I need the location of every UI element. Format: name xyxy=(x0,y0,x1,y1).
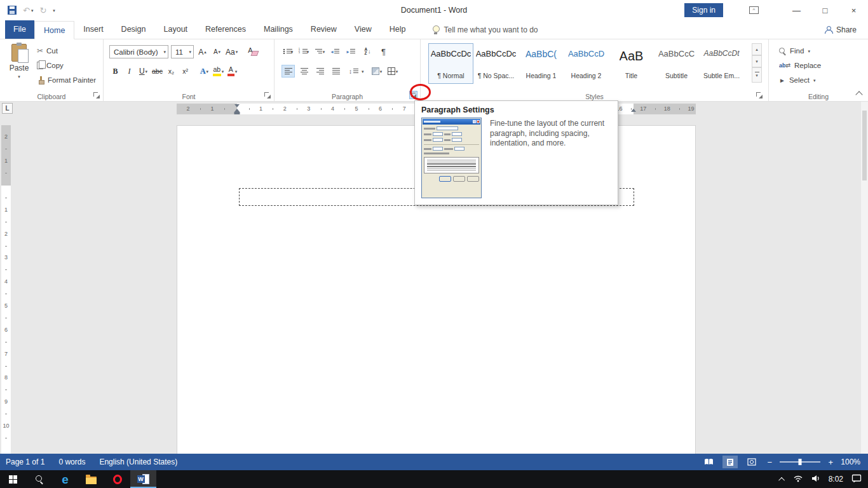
style-heading-1[interactable]: AaBbC(Heading 1 xyxy=(519,43,564,84)
font-family-combobox[interactable]: Calibri (Body) ▾ xyxy=(109,45,168,58)
taskbar-file-explorer-button[interactable] xyxy=(78,470,104,488)
underline-button[interactable]: U▾ xyxy=(137,65,149,78)
style-no-spacing[interactable]: AaBbCcDc¶ No Spac... xyxy=(473,43,519,84)
shading-button[interactable]: ▾ xyxy=(370,65,384,78)
tab-insert[interactable]: Insert xyxy=(74,20,112,39)
zoom-slider-thumb[interactable] xyxy=(799,459,802,465)
bullets-button[interactable]: ▾ xyxy=(281,45,295,58)
vertical-scrollbar[interactable] xyxy=(861,102,868,454)
italic-button[interactable]: I xyxy=(123,65,135,78)
volume-icon[interactable] xyxy=(811,475,820,484)
redo-button[interactable]: ↻ xyxy=(39,6,46,15)
taskbar-opera-button[interactable] xyxy=(104,470,130,488)
cut-label: Cut xyxy=(46,47,58,55)
zoom-slider[interactable] xyxy=(780,458,820,466)
style-title[interactable]: AaBTitle xyxy=(609,43,654,84)
first-line-indent-marker[interactable] xyxy=(234,104,240,107)
text-highlight-button[interactable]: ab ▾ xyxy=(212,65,224,78)
start-button[interactable] xyxy=(0,470,26,488)
decrease-indent-button[interactable]: ◂ xyxy=(329,45,342,58)
web-layout-button[interactable] xyxy=(744,456,759,468)
minimize-button[interactable]: — xyxy=(782,0,811,20)
borders-button[interactable]: ▾ xyxy=(386,65,400,78)
tab-home[interactable]: Home xyxy=(34,21,74,39)
line-spacing-button[interactable]: ↕▾ xyxy=(349,65,364,78)
replace-icon: ab⇄ xyxy=(779,62,790,69)
maximize-button[interactable]: □ xyxy=(811,0,839,20)
style-subtle-emphasis[interactable]: AaBbCcDtSubtle Em... xyxy=(699,43,744,84)
taskbar-word-button[interactable]: W xyxy=(130,470,156,488)
styles-more-button[interactable]: ▾ xyxy=(752,67,762,83)
clear-formatting-button[interactable] xyxy=(248,48,257,56)
tab-references[interactable]: References xyxy=(196,20,255,39)
read-mode-button[interactable] xyxy=(701,456,716,468)
page-indicator[interactable]: Page 1 of 1 xyxy=(6,458,44,466)
align-center-button[interactable] xyxy=(297,65,311,78)
tell-me-box[interactable]: Tell me what you want to do xyxy=(432,20,538,39)
qat-customize-button[interactable]: ▾ xyxy=(53,8,55,13)
word-count[interactable]: 0 words xyxy=(58,458,85,466)
style-normal[interactable]: AaBbCcDc¶ Normal xyxy=(428,43,473,84)
share-button[interactable]: Share xyxy=(825,20,868,39)
clipboard-dialog-launcher[interactable] xyxy=(92,91,100,99)
sort-button[interactable]: AZ ↓ xyxy=(361,45,374,58)
tab-layout[interactable]: Layout xyxy=(155,20,197,39)
show-formatting-marks-button[interactable]: ¶ xyxy=(377,45,390,58)
change-case-button[interactable]: Aa▾ xyxy=(226,46,238,58)
cut-button[interactable]: ✂ Cut xyxy=(37,44,58,57)
grow-font-button[interactable]: A▴ xyxy=(196,46,208,58)
bold-button[interactable]: B xyxy=(109,65,121,78)
ribbon-display-options-button[interactable]: ^ xyxy=(740,0,768,20)
subscript-button[interactable]: x₂ xyxy=(165,65,177,78)
font-size-combobox[interactable]: 11 ▾ xyxy=(171,45,194,58)
clock[interactable]: 8:02 xyxy=(829,475,843,484)
tab-stop-selector[interactable]: L xyxy=(2,103,13,114)
taskbar-edge-button[interactable]: e xyxy=(52,470,78,488)
undo-button[interactable]: ↶▾ xyxy=(23,6,33,15)
superscript-button[interactable]: x² xyxy=(179,65,191,78)
left-indent-marker[interactable] xyxy=(234,112,240,114)
tab-design[interactable]: Design xyxy=(112,20,155,39)
strikethrough-button[interactable]: abc xyxy=(151,65,163,78)
find-button[interactable]: Find ▾ xyxy=(779,44,810,57)
styles-dialog-launcher[interactable] xyxy=(755,91,763,99)
tray-show-hidden-icons-button[interactable] xyxy=(778,477,785,483)
taskbar-search-button[interactable] xyxy=(26,470,52,488)
style-subtitle[interactable]: AaBbCcCSubtitle xyxy=(654,43,699,84)
tab-review[interactable]: Review xyxy=(302,20,346,39)
align-left-button[interactable] xyxy=(281,65,295,78)
close-button[interactable]: × xyxy=(839,0,868,20)
save-button[interactable] xyxy=(8,6,17,15)
scrollbar-thumb[interactable] xyxy=(862,111,867,180)
sign-in-button[interactable]: Sign in xyxy=(684,3,723,17)
action-center-icon[interactable] xyxy=(851,474,862,485)
justify-button[interactable] xyxy=(329,65,342,78)
align-right-button[interactable] xyxy=(313,65,327,78)
tab-file[interactable]: File xyxy=(5,20,34,39)
styles-scroll-up-button[interactable]: ▴ xyxy=(752,43,762,55)
text-effects-button[interactable]: A▾ xyxy=(198,65,210,78)
replace-button[interactable]: ab⇄ Replace xyxy=(779,59,821,72)
increase-indent-button[interactable]: ▸ xyxy=(345,45,358,58)
zoom-level[interactable]: 100% xyxy=(841,458,860,466)
print-layout-button[interactable] xyxy=(722,456,738,468)
paste-button[interactable]: Paste ▾ xyxy=(4,43,34,87)
language-indicator[interactable]: English (United States) xyxy=(99,458,177,466)
v-ruler-number: 2 xyxy=(4,231,8,237)
tab-view[interactable]: View xyxy=(346,20,381,39)
font-color-button[interactable]: A ▾ xyxy=(226,65,238,78)
styles-scroll-down-button[interactable]: ▾ xyxy=(752,55,762,67)
select-button[interactable]: ► Select ▾ xyxy=(779,74,815,86)
font-dialog-launcher[interactable] xyxy=(263,91,271,99)
multilevel-list-button[interactable]: ▾ xyxy=(313,45,327,58)
zoom-in-button[interactable]: + xyxy=(827,458,834,467)
zoom-out-button[interactable]: − xyxy=(766,458,773,467)
numbering-button[interactable]: ▾ xyxy=(297,45,311,58)
network-icon[interactable] xyxy=(793,475,803,484)
copy-button[interactable]: Copy xyxy=(37,59,64,72)
tab-mailings[interactable]: Mailings xyxy=(255,20,302,39)
shrink-font-button[interactable]: A▾ xyxy=(211,46,223,58)
tab-help[interactable]: Help xyxy=(381,20,415,39)
format-painter-button[interactable]: Format Painter xyxy=(37,74,96,86)
style-heading-2[interactable]: AaBbCcDHeading 2 xyxy=(564,43,609,84)
